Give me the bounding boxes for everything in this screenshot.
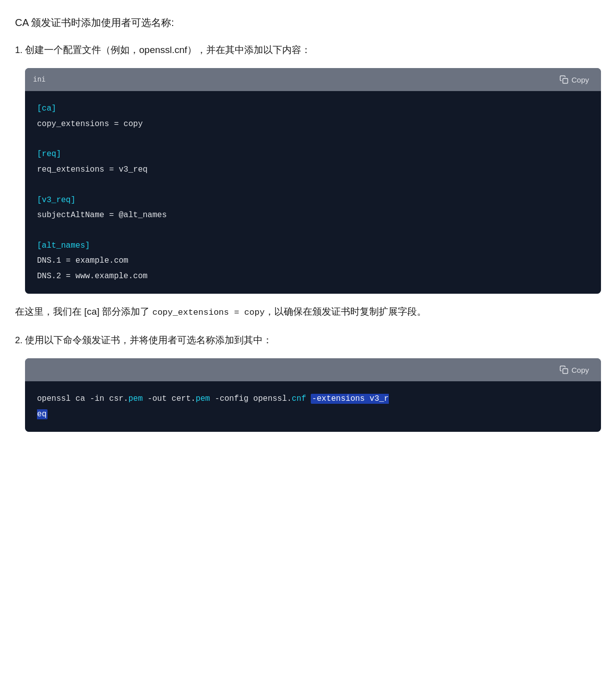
code-line-dns2: DNS.2 = www.example.com [37, 272, 148, 281]
copy-button-1-label: Copy [571, 76, 589, 84]
copy-button-1[interactable]: Copy [555, 73, 593, 86]
ini-section-ca: [ca] [37, 104, 56, 113]
svg-rect-0 [563, 79, 568, 84]
copy-icon-1 [559, 75, 568, 84]
code-line-req-ext: req_extensions = v3_req [37, 165, 148, 174]
code-block-2-body: openssl ca -in csr.pem -out cert.pem -co… [25, 381, 601, 432]
code-block-2-wrapper: Copy openssl ca -in csr.pem -out cert.pe… [25, 358, 601, 432]
list-item-2-text: 使用以下命令颁发证书，并将使用者可选名称添加到其中： [25, 335, 272, 345]
svg-rect-1 [563, 369, 568, 374]
description-text: 在这里，我们在 [ca] 部分添加了 copy_extensions = cop… [15, 304, 601, 320]
code-line-copy-ext: copy_extensions = copy [37, 120, 143, 129]
list-item-1: 创建一个配置文件（例如，openssl.cnf），并在其中添加以下内容： ini… [25, 42, 601, 294]
code-line-openssl: openssl ca -in csr.pem -out cert.pem -co… [37, 394, 389, 419]
ini-section-v3req: [v3_req] [37, 196, 76, 205]
code-lang-label-1: ini [33, 74, 46, 86]
code-block-2-header: Copy [25, 358, 601, 381]
copy-button-2-label: Copy [571, 366, 589, 374]
list-item-1-text: 创建一个配置文件（例如，openssl.cnf），并在其中添加以下内容： [25, 45, 311, 55]
ini-section-altnames: [alt_names] [37, 241, 90, 250]
list-item-2: 使用以下命令颁发证书，并将使用者可选名称添加到其中： Copy openssl … [25, 332, 601, 432]
code-block-2-pre: openssl ca -in csr.pem -out cert.pem -co… [37, 391, 589, 422]
code-block-1-body: [ca] copy_extensions = copy [req] req_ex… [25, 91, 601, 294]
code-line-san: subjectAltName = @alt_names [37, 211, 167, 220]
page-title: CA 颁发证书时添加使用者可选名称: [15, 15, 601, 30]
code-block-1-header: ini Copy [25, 68, 601, 91]
copy-button-2[interactable]: Copy [555, 363, 593, 376]
code-block-1-wrapper: ini Copy [ca] copy_extensions = copy [re… [25, 68, 601, 294]
code-line-dns1: DNS.1 = example.com [37, 256, 128, 265]
ini-section-req: [req] [37, 150, 61, 159]
copy-icon-2 [559, 365, 568, 374]
code-block-1-pre: [ca] copy_extensions = copy [req] req_ex… [37, 101, 589, 284]
